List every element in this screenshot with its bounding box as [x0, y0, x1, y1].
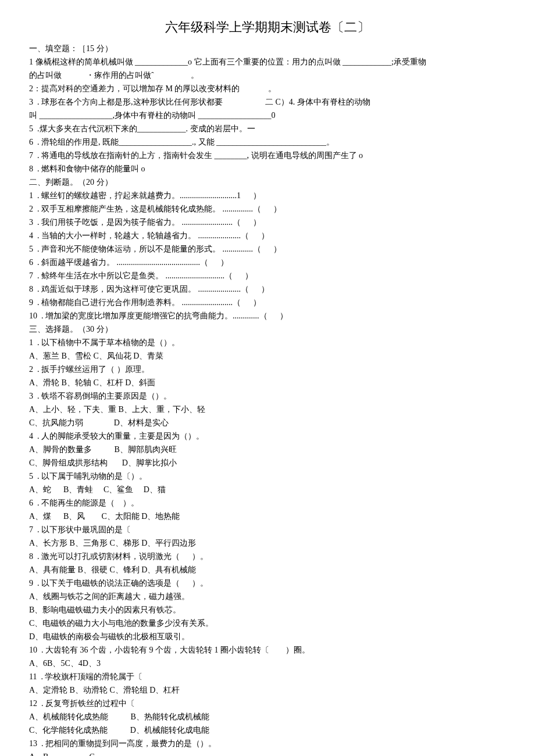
choice-q4: 4 . 人的脚能承受较大的重量，主要是因为（）。	[29, 430, 506, 442]
fill-q2: 2：提高对科的空通差力，可以增加存 M 的厚以改变材料的 。	[29, 83, 506, 95]
judge-item: 7 . 鲸终年生活在水中所以它是鱼类。 ....................…	[29, 270, 506, 282]
choice-q6-options: A、煤 B、风 C、太阳能 D、地热能	[29, 510, 506, 522]
fill-q1-line1: 1 像橇棍这样的简单机械叫做 _____________o 它上面有三个重要的位…	[29, 56, 506, 68]
judge-item: 2 . 双手互相摩擦能产生热，这是机械能转化成热能。 .............…	[29, 203, 506, 215]
choice-q7-options: A、长方形 B、三角形 C、梯形 D、平行四边形	[29, 537, 506, 549]
choice-q9: 9 . 以下关于电磁铁的说法正确的选项是（ ）。	[29, 577, 506, 589]
fill-q3b: 叫 __________________,身体中有脊柱的动物叫 ________…	[29, 109, 506, 121]
choice-q9-option-a: A、线圈与铁芯之间的距离越大，磁力越强。	[29, 590, 506, 603]
choice-q4-options-a: A、脚骨的数量多 B、脚部肌肉兴旺	[29, 443, 506, 456]
choice-q9-option-d: D、电磁铁的南极会与磁铁的北极相互吸引。	[29, 630, 506, 643]
judge-item: 1 . 螺丝钉的螺纹越密，拧起来就越费力。...................…	[29, 189, 506, 202]
judge-item: 3 . 我们用筷子吃饭，是因为筷子能省力。 ..................…	[29, 216, 506, 228]
section-choice-header: 三、选择题。（30 分）	[29, 323, 506, 335]
choice-q12-options-b: C、化学能转化成热能 D、机械能转化成电能	[29, 724, 506, 736]
choice-q12-options-a: A、机械能转化成热能 B、热能转化成机械能	[29, 711, 506, 723]
choice-q3-options-a: A、上小、轻，下夫、重 B、上大、重，下小、轻	[29, 403, 506, 415]
judge-item: 5 . 声音和光不能使物体运动，所以不是能量的形式。 .............…	[29, 243, 506, 255]
judge-item: 4 . 当轴的大小一样时，轮越大，轮轴越省力。 ................…	[29, 230, 506, 242]
choice-q13-options: A、B、 C、	[29, 751, 506, 756]
choice-q2: 2 . 扳手拧螺丝运用了（ ）原理。	[29, 363, 506, 375]
choice-q9-option-b: B、影响电磁铁磁力夫小的因素只有铁芯。	[29, 604, 506, 616]
choice-q1-options: A、葱兰 B、雪松 C、凤仙花 D、青菜	[29, 350, 506, 362]
fill-q7: 7 . 将通电的导线放在指南针的上方，指南针会发生 ________, 说明在通…	[29, 149, 506, 162]
section-judge-header: 二、判断题。（20 分）	[29, 176, 506, 188]
judge-item: 8 . 鸡蛋近似于球形，因为这样可使它更巩固。 ................…	[29, 283, 506, 295]
choice-q10: 10 . 大齿轮有 36 个齿，小齿轮有 9 个齿，大齿轮转 1 圈小齿轮转〔 …	[29, 644, 506, 656]
judge-item: 9 . 植物都能自己进行光合作用制造养料。 ..................…	[29, 296, 506, 309]
choice-q1: 1 . 以下植物中不属于草本植物的是（）。	[29, 336, 506, 349]
fill-q8: 8 . 燃料和食物中储存的能量叫 o	[29, 163, 506, 175]
choice-q3: 3 . 铁塔不容易倒塌的主要原因是（）。	[29, 390, 506, 402]
choice-q5-options: A、蛇 B、青蛙 C、鲨鱼 D、猫	[29, 483, 506, 496]
fill-q6: 6 . 滑轮组的作用是, 既能__________________., 又能 _…	[29, 136, 506, 148]
choice-q7: 7 . 以下形状中最巩固的是〔	[29, 524, 506, 536]
choice-q8: 8 . 激光可以打孔或切割材料，说明激光（ ）。	[29, 550, 506, 562]
choice-q6: 6 . 不能再生的能源是（ ）。	[29, 497, 506, 509]
fill-q1-line2: 的占叫做 ・瘃作用的占叫做ˆ 。	[29, 69, 506, 81]
judge-item: 10 . 增加梁的宽度比增加厚度更能增强它的抗弯曲能力。............…	[29, 310, 506, 322]
choice-q9-option-c: C、电磁铁的磁力大小与电池的数量多少没有关系。	[29, 617, 506, 629]
choice-q13: 13 . 把相同的重物提到同一高度，最费力的是（）。	[29, 737, 506, 750]
choice-q12: 12 . 反复弯折铁丝的过程中〔	[29, 697, 506, 710]
choice-q2-options: A、滑轮 B、轮轴 C、杠杆 D、斜面	[29, 377, 506, 389]
exam-title: 六年级科学上学期期末测试卷〔二〕	[29, 17, 506, 37]
section-fill-header: 一、填空题：［15 分）	[29, 42, 506, 55]
fill-q3: 3 . 球形在各个方向上都是形,这种形状比任何形状都要 二 C）4. 身体中有脊…	[29, 96, 506, 108]
judge-item: 6 . 斜面越平缓越省力。 ..........................…	[29, 256, 506, 268]
choice-q5: 5 . 以下属于哺乳动物的是〔）。	[29, 470, 506, 482]
choice-q11-options: A、定滑轮 B、动滑轮 C、滑轮组 D、杠杆	[29, 684, 506, 696]
choice-q4-options-b: C、脚骨组成拱形结构 D、脚掌比拟小	[29, 457, 506, 469]
choice-q11: 11 . 学校旗杆顶端的滑轮属于〔	[29, 671, 506, 683]
choice-q3-options-b: C、抗风能力弱 D、材料是实心	[29, 417, 506, 429]
choice-q8-options: A、具有能量 B、很硬 C、锋利 D、具有机械能	[29, 564, 506, 576]
choice-q10-options: A、6B、5C、4D、3	[29, 657, 506, 669]
fill-q5: 5 .煤大多夹在古代沉积下来的____________. 变成的岩层中。一	[29, 123, 506, 135]
